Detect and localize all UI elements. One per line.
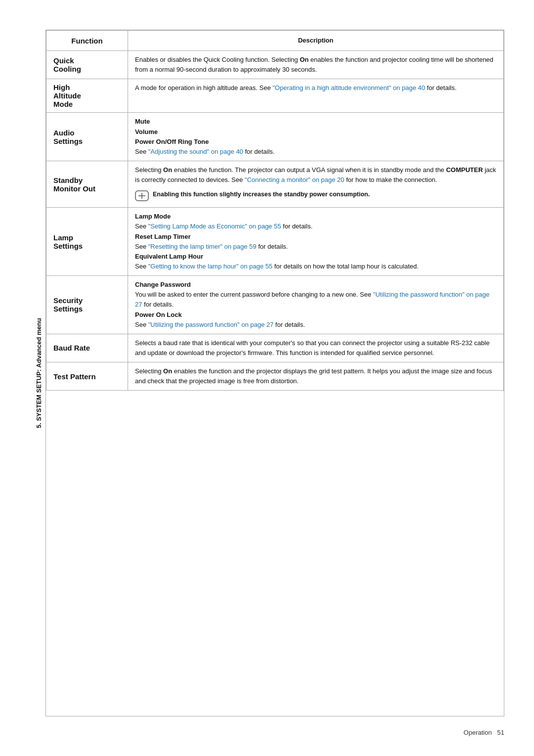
function-cell: Lamp Settings — [46, 208, 128, 276]
reference-link[interactable]: "Getting to know the lamp hour" on page … — [148, 263, 272, 270]
table-wrapper: Function Description Quick CoolingEnable… — [45, 30, 504, 716]
table-row: Security SettingsChange PasswordYou will… — [46, 276, 504, 334]
function-cell: Security Settings — [46, 276, 128, 334]
table-row: Quick CoolingEnables or disables the Qui… — [46, 51, 504, 79]
function-cell: Quick Cooling — [46, 51, 128, 79]
note-box: Enabling this function slightly increase… — [135, 190, 496, 203]
table-row: Standby Monitor OutSelecting On enables … — [46, 161, 504, 207]
sub-label: Change Password — [135, 280, 496, 290]
sub-label: Reset Lamp Timer — [135, 232, 496, 242]
page-footer: Operation 51 — [464, 729, 504, 736]
function-cell: Test Pattern — [46, 362, 128, 391]
function-cell: Baud Rate — [46, 334, 128, 362]
page-container: 5. SYSTEM SETUP: Advanced menu Function … — [0, 0, 534, 756]
table-row: High Altitude ModeA mode for operation i… — [46, 79, 504, 113]
sub-label: Power On/Off Ring Tone — [135, 137, 496, 147]
table-row: Test PatternSelecting On enables the fun… — [46, 362, 504, 391]
reference-link[interactable]: "Operating in a high altitude environmen… — [272, 84, 425, 91]
description-cell: Lamp ModeSee "Setting Lamp Mode as Econo… — [128, 208, 504, 276]
col-header-function: Function — [46, 31, 128, 51]
reference-link[interactable]: "Utilizing the password function" on pag… — [148, 321, 274, 328]
sub-label: Mute — [135, 117, 496, 127]
note-text: Enabling this function slightly increase… — [153, 190, 370, 199]
description-cell: Selecting On enables the function. The p… — [128, 161, 504, 207]
table-row: Baud RateSelects a baud rate that is ide… — [46, 334, 504, 362]
footer-label: Operation — [464, 729, 492, 736]
col-header-description: Description — [128, 31, 504, 51]
reference-link[interactable]: "Setting Lamp Mode as Economic" on page … — [148, 222, 281, 230]
table-row: Lamp SettingsLamp ModeSee "Setting Lamp … — [46, 208, 504, 276]
reference-link[interactable]: "Adjusting the sound" on page 40 — [148, 148, 243, 155]
sidebar-label: 5. SYSTEM SETUP: Advanced menu — [30, 30, 44, 716]
description-cell: Selecting On enables the function and th… — [128, 362, 504, 391]
reference-link[interactable]: "Resetting the lamp timer" on page 59 — [148, 243, 257, 250]
description-cell: Change PasswordYou will be asked to ente… — [128, 276, 504, 334]
description-cell: MuteVolumePower On/Off Ring ToneSee "Adj… — [128, 113, 504, 161]
table-row: Audio SettingsMuteVolumePower On/Off Rin… — [46, 113, 504, 161]
reference-link[interactable]: "Connecting a monitor" on page 20 — [245, 176, 344, 183]
sub-label: Equivalent Lamp Hour — [135, 252, 496, 262]
sub-label: Volume — [135, 127, 496, 137]
function-cell: Audio Settings — [46, 113, 128, 161]
description-cell: A mode for operation in high altitude ar… — [128, 79, 504, 113]
function-cell: Standby Monitor Out — [46, 161, 128, 207]
footer-page: 51 — [497, 729, 504, 736]
sub-label: Lamp Mode — [135, 212, 496, 222]
function-cell: High Altitude Mode — [46, 79, 128, 113]
reference-link[interactable]: "Utilizing the password function" on pag… — [135, 291, 490, 308]
description-cell: Enables or disables the Quick Cooling fu… — [128, 51, 504, 79]
note-icon — [135, 190, 149, 203]
description-cell: Selects a baud rate that is identical wi… — [128, 334, 504, 362]
main-table: Function Description Quick CoolingEnable… — [46, 30, 504, 391]
sub-label: Power On Lock — [135, 310, 496, 320]
